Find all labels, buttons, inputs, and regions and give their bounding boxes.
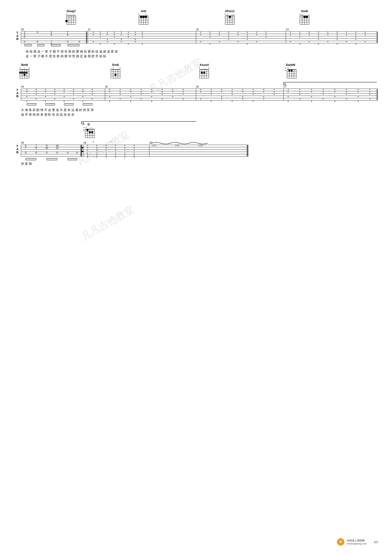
svg-text:×: × <box>256 40 257 43</box>
svg-text:0: 0 <box>46 151 47 154</box>
svg-text:×: × <box>221 97 222 100</box>
svg-text:○: ○ <box>308 13 310 16</box>
music-score: Gmaj7 × ○ ○ ○ A/G × × <box>14 7 378 264</box>
svg-text:25: 25 <box>105 85 108 88</box>
svg-text:×: × <box>26 90 28 93</box>
svg-text:×: × <box>162 93 163 95</box>
svg-text:×: × <box>228 38 229 41</box>
svg-text:×: × <box>334 90 335 93</box>
svg-text:×: × <box>311 90 312 93</box>
svg-point-46 <box>229 16 231 18</box>
svg-text:×: × <box>237 33 239 36</box>
chord-name-gmaj7: Gmaj7 <box>66 9 76 13</box>
svg-text:×: × <box>138 13 140 16</box>
svg-text:^: ^ <box>93 140 94 144</box>
svg-text:×: × <box>210 93 212 95</box>
svg-text:×: × <box>130 95 131 98</box>
svg-text:×: × <box>334 95 335 98</box>
svg-point-269 <box>288 70 290 72</box>
svg-text:○: ○ <box>68 13 70 16</box>
svg-text:5: 5 <box>83 129 85 131</box>
svg-text:×: × <box>327 33 328 36</box>
svg-text:×: × <box>369 93 371 95</box>
svg-text:○: ○ <box>90 126 92 129</box>
svg-text:×: × <box>327 40 328 43</box>
svg-text:×: × <box>208 67 210 69</box>
svg-point-238 <box>114 74 116 76</box>
svg-text:×: × <box>83 126 85 129</box>
svg-text:×: × <box>130 100 131 102</box>
svg-text:×: × <box>231 93 233 95</box>
svg-text:0: 0 <box>76 151 78 154</box>
svg-text:×: × <box>336 43 338 45</box>
svg-text:×: × <box>227 13 228 16</box>
svg-text:24: 24 <box>21 85 24 88</box>
svg-text:×: × <box>128 43 129 45</box>
svg-text:×: × <box>114 43 115 45</box>
svg-text:×: × <box>355 38 356 41</box>
svg-text:29: 29 <box>83 141 86 144</box>
svg-text:×: × <box>322 97 324 100</box>
svg-text:×: × <box>299 97 300 100</box>
svg-text:Gm6: Gm6 <box>301 9 308 13</box>
svg-text:×: × <box>82 100 84 102</box>
svg-point-222 <box>24 74 25 76</box>
svg-text:0: 0 <box>67 151 68 154</box>
svg-text:×: × <box>107 40 108 43</box>
svg-text:0: 0 <box>24 40 25 43</box>
svg-text:Em9: Em9 <box>112 63 119 66</box>
svg-text:×: × <box>45 95 46 98</box>
svg-text:10: 10 <box>45 146 48 149</box>
svg-point-451 <box>89 131 91 133</box>
svg-text:×: × <box>172 95 173 98</box>
svg-point-62 <box>306 16 308 18</box>
svg-text:×: × <box>19 67 21 69</box>
svg-text:8: 8 <box>36 146 37 149</box>
svg-text:0: 0 <box>79 40 80 43</box>
svg-text:×: × <box>336 38 338 41</box>
svg-text:×: × <box>66 13 67 16</box>
svg-text:×: × <box>162 97 163 100</box>
svg-text:0: 0 <box>24 36 25 38</box>
svg-text:×: × <box>287 100 289 102</box>
svg-text:×: × <box>82 95 84 98</box>
svg-text:×: × <box>299 93 300 95</box>
svg-text:×: × <box>142 36 143 38</box>
svg-text:×: × <box>107 33 108 36</box>
svg-text:×: × <box>120 97 121 100</box>
svg-text:3: 3 <box>37 31 38 34</box>
svg-text:×: × <box>64 90 65 93</box>
svg-text:×: × <box>135 40 136 43</box>
svg-text:×: × <box>285 67 286 69</box>
svg-point-29 <box>142 16 145 18</box>
svg-text:0: 0 <box>51 33 52 36</box>
svg-text:○: ○ <box>117 67 119 69</box>
svg-text:×: × <box>346 97 347 100</box>
svg-text:#Fm11: #Fm11 <box>225 9 235 13</box>
svg-point-466 <box>82 151 83 152</box>
svg-text:×: × <box>247 43 248 45</box>
svg-text:×: × <box>290 33 291 36</box>
page-number: 2/2 <box>374 540 378 544</box>
lyrics-2-1: 大 海 美 好 剧 情 不 会 更 改 凡 是 命 运 最 好 的 安 排 <box>21 108 94 112</box>
svg-text:×: × <box>265 36 267 38</box>
svg-text:×: × <box>209 43 211 45</box>
svg-text:×: × <box>242 97 243 100</box>
svg-text:×: × <box>311 100 312 102</box>
svg-text:D: D <box>87 123 90 126</box>
footer-text: 找谱就上易唱网 echangwang.com <box>347 539 367 545</box>
svg-text:×: × <box>54 93 56 95</box>
svg-text:×: × <box>299 36 300 38</box>
svg-text:×: × <box>221 90 222 93</box>
svg-point-253 <box>201 72 203 73</box>
repeat-bracket-2: 2. <box>82 122 85 125</box>
svg-text:×: × <box>93 33 94 36</box>
svg-text:×: × <box>287 95 289 98</box>
svg-text:○: ○ <box>73 13 74 16</box>
svg-text:×: × <box>290 40 291 43</box>
svg-text:×: × <box>26 100 28 102</box>
svg-text:×: × <box>364 40 366 43</box>
svg-text:×: × <box>135 33 136 36</box>
svg-text:A/G: A/G <box>141 9 146 13</box>
svg-text:×: × <box>45 90 46 93</box>
